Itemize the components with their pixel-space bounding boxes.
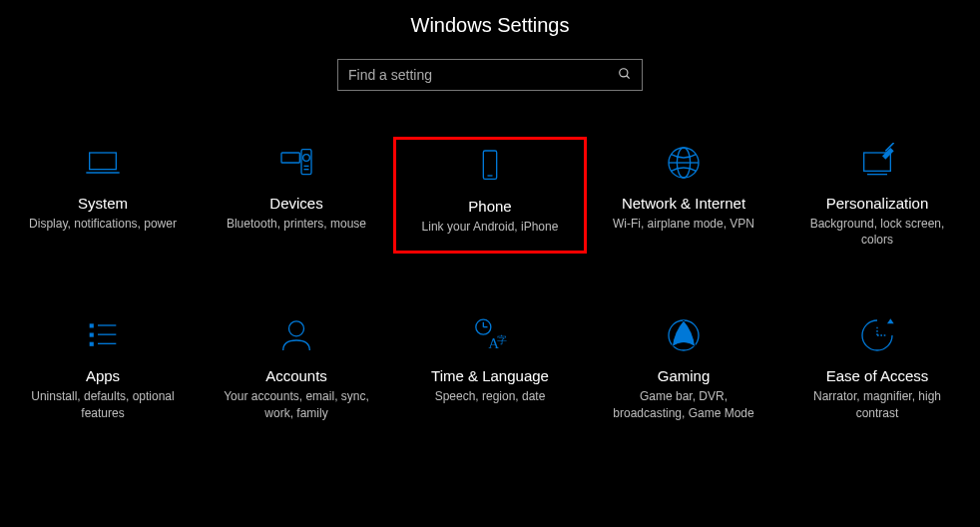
- personalization-icon: [857, 143, 897, 183]
- svg-rect-21: [90, 342, 94, 346]
- tile-system[interactable]: System Display, notifications, power: [6, 137, 200, 254]
- svg-rect-20: [90, 333, 94, 337]
- tile-desc: Display, notifications, power: [29, 216, 177, 232]
- svg-point-0: [620, 68, 628, 76]
- tile-desc: Background, lock screen, colors: [797, 216, 957, 248]
- tile-title: Network & Internet: [622, 195, 745, 212]
- tile-title: Personalization: [826, 195, 929, 212]
- tile-title: Apps: [86, 367, 120, 384]
- tile-gaming[interactable]: Gaming Game bar, DVR, broadcasting, Game…: [587, 309, 780, 426]
- tile-personalization[interactable]: Personalization Background, lock screen,…: [780, 137, 974, 254]
- globe-icon: [664, 143, 704, 183]
- tile-title: Gaming: [658, 367, 711, 384]
- svg-rect-19: [90, 324, 94, 328]
- tile-title: Accounts: [265, 367, 327, 384]
- page-title: Windows Settings: [0, 14, 980, 37]
- ease-of-access-icon: [857, 315, 897, 355]
- tile-phone[interactable]: Phone Link your Android, iPhone: [393, 137, 587, 254]
- system-icon: [83, 143, 123, 183]
- tile-network[interactable]: Network & Internet Wi-Fi, airplane mode,…: [587, 137, 780, 254]
- settings-grid: System Display, notifications, power Dev…: [0, 137, 980, 427]
- search-input[interactable]: [348, 67, 618, 83]
- tile-title: Time & Language: [431, 367, 549, 384]
- time-language-icon: A 字: [470, 315, 510, 355]
- tile-desc: Link your Android, iPhone: [422, 219, 559, 235]
- tile-desc: Your accounts, email, sync, work, family: [217, 388, 376, 420]
- tile-apps[interactable]: Apps Uninstall, defaults, optional featu…: [6, 309, 200, 426]
- tile-accounts[interactable]: Accounts Your accounts, email, sync, wor…: [200, 309, 393, 426]
- accounts-icon: [276, 315, 316, 355]
- tile-title: Ease of Access: [826, 367, 929, 384]
- search-icon: [618, 67, 632, 84]
- svg-rect-11: [483, 151, 496, 179]
- phone-icon: [470, 146, 510, 186]
- tile-desc: Bluetooth, printers, mouse: [227, 216, 366, 232]
- svg-text:字: 字: [497, 335, 507, 346]
- tile-desc: Wi-Fi, airplane mode, VPN: [613, 216, 754, 232]
- tile-desc: Narrator, magnifier, high contrast: [797, 388, 957, 420]
- header: Windows Settings: [0, 0, 980, 37]
- tile-title: Phone: [468, 198, 511, 215]
- svg-rect-7: [301, 150, 311, 175]
- tile-title: Devices: [269, 195, 322, 212]
- gaming-icon: [664, 315, 704, 355]
- svg-rect-2: [90, 153, 117, 170]
- svg-line-1: [627, 75, 630, 78]
- tile-title: System: [78, 195, 128, 212]
- svg-point-25: [289, 321, 304, 336]
- tile-desc: Speech, region, date: [435, 388, 546, 404]
- svg-rect-4: [281, 153, 299, 163]
- svg-point-8: [303, 155, 310, 162]
- tile-ease-of-access[interactable]: Ease of Access Narrator, magnifier, high…: [780, 309, 974, 426]
- tile-time-language[interactable]: A 字 Time & Language Speech, region, date: [393, 309, 587, 426]
- search-box[interactable]: [337, 59, 643, 91]
- apps-icon: [83, 315, 123, 355]
- tile-devices[interactable]: Devices Bluetooth, printers, mouse: [200, 137, 393, 254]
- svg-marker-32: [887, 319, 894, 324]
- tile-desc: Game bar, DVR, broadcasting, Game Mode: [604, 388, 763, 420]
- tile-desc: Uninstall, defaults, optional features: [23, 388, 183, 420]
- devices-icon: [276, 143, 316, 183]
